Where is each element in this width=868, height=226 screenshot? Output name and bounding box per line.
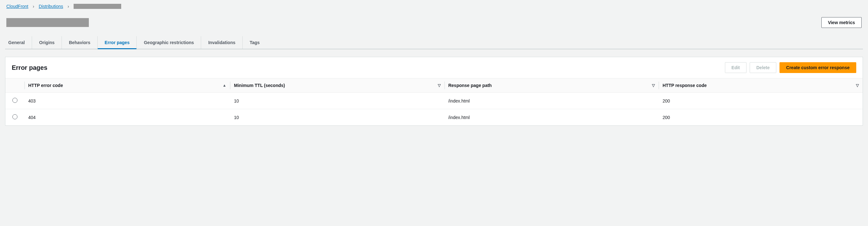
page-header: View metrics <box>5 11 863 30</box>
cell-min-ttl: 10 <box>230 93 444 109</box>
tabs: General Origins Behaviors Error pages Ge… <box>5 36 863 49</box>
table-row[interactable]: 404 10 /index.html 200 <box>5 109 863 126</box>
view-metrics-button[interactable]: View metrics <box>822 17 862 28</box>
sort-asc-icon[interactable]: ▲ <box>223 83 226 88</box>
tab-origins[interactable]: Origins <box>32 36 62 49</box>
error-pages-panel: Error pages Edit Delete Create custom er… <box>5 57 863 126</box>
col-label: Response page path <box>448 83 492 88</box>
col-min-ttl[interactable]: Minimum TTL (seconds) ▽ <box>230 78 444 93</box>
breadcrumb-distribution-id <box>73 4 121 9</box>
breadcrumb-distributions[interactable]: Distributions <box>39 4 63 9</box>
cell-response-page-path: /index.html <box>444 109 659 126</box>
panel-title: Error pages <box>12 64 47 72</box>
tab-error-pages[interactable]: Error pages <box>98 36 137 49</box>
create-custom-error-response-button[interactable]: Create custom error response <box>779 62 856 73</box>
error-pages-table: HTTP error code ▲ Minimum TTL (seconds) … <box>5 78 863 125</box>
row-select-radio[interactable] <box>12 114 18 119</box>
tab-invalidations[interactable]: Invalidations <box>201 36 243 49</box>
tab-general[interactable]: General <box>5 36 32 49</box>
page-title <box>6 18 89 27</box>
edit-button[interactable]: Edit <box>725 62 746 73</box>
cell-min-ttl: 10 <box>230 109 444 126</box>
col-label: HTTP error code <box>28 83 63 88</box>
col-response-page-path[interactable]: Response page path ▽ <box>444 78 659 93</box>
dropdown-icon[interactable]: ▽ <box>856 83 859 88</box>
cell-http-error-code: 403 <box>24 93 230 109</box>
col-label: Minimum TTL (seconds) <box>234 83 285 88</box>
delete-button[interactable]: Delete <box>750 62 776 73</box>
cell-response-page-path: /index.html <box>444 93 659 109</box>
tab-geographic-restrictions[interactable]: Geographic restrictions <box>137 36 201 49</box>
row-select-radio[interactable] <box>12 98 18 103</box>
tab-tags[interactable]: Tags <box>243 36 267 49</box>
cell-http-response-code: 200 <box>659 93 863 109</box>
col-http-response-code[interactable]: HTTP response code ▽ <box>659 78 863 93</box>
chevron-right-icon: › <box>68 4 69 9</box>
col-label: HTTP response code <box>662 83 707 88</box>
tab-behaviors[interactable]: Behaviors <box>62 36 98 49</box>
col-http-error-code[interactable]: HTTP error code ▲ <box>24 78 230 93</box>
col-select <box>5 78 24 93</box>
cell-http-response-code: 200 <box>659 109 863 126</box>
table-row[interactable]: 403 10 /index.html 200 <box>5 93 863 109</box>
chevron-right-icon: › <box>33 4 34 9</box>
breadcrumb-cloudfront[interactable]: CloudFront <box>6 4 28 9</box>
dropdown-icon[interactable]: ▽ <box>652 83 655 88</box>
breadcrumbs: CloudFront › Distributions › <box>5 0 863 11</box>
dropdown-icon[interactable]: ▽ <box>438 83 441 88</box>
cell-http-error-code: 404 <box>24 109 230 126</box>
